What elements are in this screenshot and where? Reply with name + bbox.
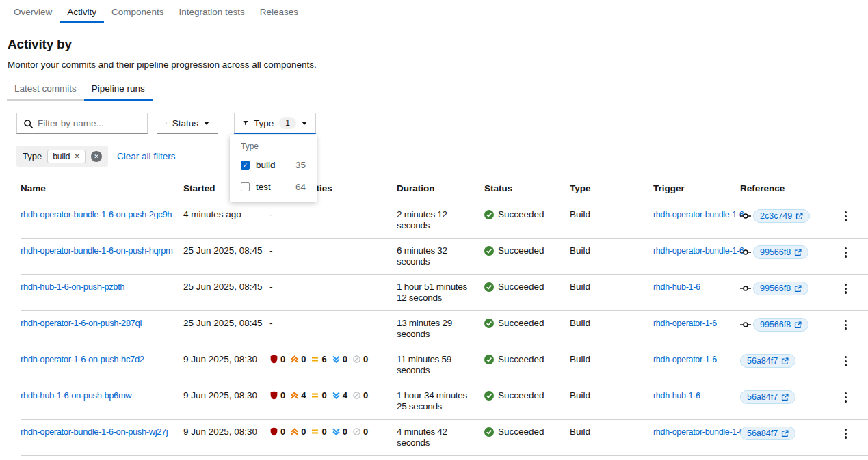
type-menu-item-test[interactable]: test64 [230, 176, 317, 198]
tab-activity[interactable]: Activity [60, 0, 104, 23]
table-row: rhdh-operator-bundle-1-6-on-push-2gc9h4 … [21, 202, 868, 239]
name-cell: rhdh-operator-1-6-on-push-287ql [21, 311, 183, 347]
row-actions-kebab-button[interactable] [841, 354, 850, 368]
pipeline-run-link[interactable]: rhdh-operator-1-6-on-push-287ql [21, 318, 142, 328]
type-menu-item-build[interactable]: ✓build35 [230, 154, 317, 176]
success-check-icon [484, 391, 494, 401]
trigger-link[interactable]: rhdh-operator-bundle-1-6 [653, 246, 744, 256]
pipeline-run-link[interactable]: rhdh-hub-1-6-on-push-pzbth [21, 282, 124, 292]
row-actions-kebab-button[interactable] [841, 245, 850, 260]
success-check-icon [484, 355, 494, 364]
search-icon [23, 119, 34, 129]
column-header-duration: Duration [397, 179, 484, 202]
filter-chip-build: build ✕ [47, 150, 86, 163]
clear-chip-group-button[interactable]: ✕ [91, 151, 102, 162]
row-actions-kebab-button[interactable] [841, 282, 850, 296]
name-cell: rhdh-operator-bundle-1-6-on-push-wj27j [21, 420, 183, 456]
pipeline-run-link[interactable]: rhdh-hub-1-6-on-push-bp6mw [21, 390, 131, 401]
menu-items: ✓build35test64 [230, 154, 317, 198]
status-cell: Succeeded [484, 420, 570, 456]
vuln-critical: 0 [269, 427, 285, 437]
vulnerabilities-summary: 04040 [269, 390, 390, 401]
commit-sha-label: 99566f8 [760, 284, 791, 293]
trigger-link[interactable]: rhdh-operator-bundle-1-6 [653, 427, 744, 437]
tab-integration-tests[interactable]: Integration tests [172, 0, 252, 23]
vulnerabilities-empty: - [269, 318, 273, 328]
row-actions-kebab-button[interactable] [841, 390, 850, 405]
status-label: Succeeded [498, 390, 544, 401]
reference-badge[interactable]: 99566f8 [753, 318, 808, 332]
trigger-link[interactable]: rhdh-hub-1-6 [653, 391, 700, 401]
success-check-icon [484, 427, 494, 437]
name-cell: rhdh-hub-1-6-on-push-pzbth [21, 275, 183, 311]
started-cell: 4 minutes ago [183, 202, 269, 239]
type-cell: Build [570, 239, 653, 275]
row-actions-kebab-button[interactable] [841, 209, 850, 224]
high-severity-icon [290, 355, 299, 364]
vuln-low-count: 0 [343, 427, 347, 437]
started-cell: 25 Jun 2025, 08:45 [183, 239, 269, 275]
status-label: Succeeded [498, 245, 544, 256]
table-row: rhdh-operator-bundle-1-6-on-push-wj27j9 … [21, 420, 868, 456]
high-severity-icon [290, 427, 299, 436]
reference-badge[interactable]: 56a84f7 [740, 427, 795, 440]
trigger-link[interactable]: rhdh-operator-1-6 [653, 319, 717, 328]
activity-sub-tab-bar: Latest commits Pipeline runs [7, 80, 868, 101]
reference-badge[interactable]: 99566f8 [753, 282, 808, 295]
row-actions-kebab-button[interactable] [841, 427, 850, 441]
checkbox-build[interactable]: ✓ [241, 161, 250, 170]
row-actions-kebab-button[interactable] [841, 318, 850, 332]
subtab-pipeline-runs[interactable]: Pipeline runs [84, 80, 153, 101]
column-header-status: Status [484, 179, 570, 202]
commit-sha-label: 56a84f7 [747, 356, 778, 366]
chip-label: build [53, 152, 70, 161]
type-cell: Build [570, 456, 653, 460]
duration-cell: 5 minutes 19 seconds [397, 456, 484, 460]
reference-badge[interactable]: 56a84f7 [740, 354, 795, 368]
trigger-link[interactable]: rhdh-operator-1-6 [653, 355, 717, 364]
page-title: Activity by [8, 37, 868, 52]
status-filter-dropdown[interactable]: Status [157, 113, 218, 134]
vuln-unknown-count: 0 [363, 354, 368, 364]
reference-badge[interactable]: 56a84f7 [740, 390, 795, 404]
column-header-actions [841, 179, 868, 202]
vuln-unknown: 0 [352, 354, 368, 364]
subtab-latest-commits[interactable]: Latest commits [7, 80, 84, 101]
tab-components[interactable]: Components [104, 0, 172, 23]
type-filter-dropdown[interactable]: Type 1 [234, 113, 316, 134]
checkbox-test[interactable] [241, 182, 250, 191]
name-cell: rhdh-operator-1-6-on-push-vnmxj [21, 456, 183, 460]
type-cell: Build [570, 347, 653, 383]
unknown-severity-icon [352, 427, 361, 436]
tab-overview[interactable]: Overview [6, 0, 60, 23]
duration-cell: 4 minutes 42 seconds [397, 420, 484, 456]
vuln-low: 4 [332, 390, 347, 401]
status-label: Succeeded [498, 354, 544, 364]
commit-icon [740, 283, 751, 294]
reference-cell: 99566f8 [740, 239, 841, 275]
trigger-link[interactable]: rhdh-operator-bundle-1-6 [653, 210, 744, 219]
selected-count-badge: 1 [279, 117, 296, 129]
critical-severity-icon [269, 391, 278, 400]
clear-all-filters-link[interactable]: Clear all filters [117, 151, 176, 161]
remove-chip-button[interactable]: ✕ [75, 153, 80, 160]
medium-severity-icon [311, 391, 319, 400]
vulnerabilities-cell: 00600 [269, 347, 397, 383]
search-input[interactable] [38, 113, 146, 133]
success-check-icon [484, 319, 494, 328]
column-header-trigger: Trigger [653, 179, 740, 202]
started-cell: 25 Jun 2025, 08:45 [183, 311, 269, 347]
pipeline-run-link[interactable]: rhdh-operator-bundle-1-6-on-push-hqrpm [21, 245, 173, 256]
actions-cell [841, 202, 868, 239]
reference-badge[interactable]: 2c3c749 [753, 209, 810, 223]
pipeline-run-link[interactable]: rhdh-operator-bundle-1-6-on-push-wj27j [21, 427, 168, 437]
vuln-unknown-count: 0 [363, 427, 368, 437]
reference-cell: 56a84f7 [740, 347, 841, 383]
pipeline-run-link[interactable]: rhdh-operator-bundle-1-6-on-push-2gc9h [21, 209, 172, 219]
commit-sha-label: 56a84f7 [747, 392, 778, 402]
reference-badge[interactable]: 99566f8 [753, 245, 808, 259]
pipeline-run-link[interactable]: rhdh-operator-1-6-on-push-hc7d2 [21, 354, 144, 364]
vulnerabilities-empty: - [269, 245, 273, 256]
trigger-link[interactable]: rhdh-hub-1-6 [653, 282, 700, 292]
tab-releases[interactable]: Releases [252, 0, 306, 23]
